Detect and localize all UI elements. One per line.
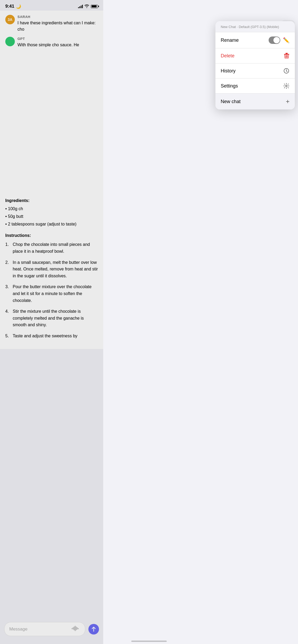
overlay[interactable] — [0, 0, 103, 373]
